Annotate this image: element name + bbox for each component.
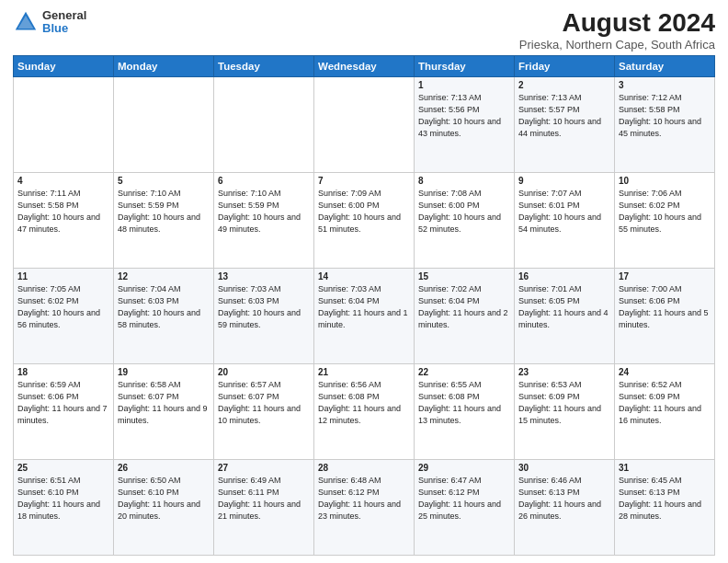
logo-icon [13, 9, 39, 35]
calendar-cell: 29Sunrise: 6:47 AMSunset: 6:12 PMDayligh… [415, 459, 515, 555]
day-info: Sunrise: 6:47 AMSunset: 6:12 PMDaylight:… [418, 475, 510, 523]
calendar-cell: 13Sunrise: 7:03 AMSunset: 6:03 PMDayligh… [214, 268, 314, 363]
day-number: 30 [518, 463, 610, 473]
calendar-cell: 14Sunrise: 7:03 AMSunset: 6:04 PMDayligh… [314, 268, 415, 363]
calendar-cell: 1Sunrise: 7:13 AMSunset: 5:56 PMDaylight… [415, 76, 515, 172]
calendar-cell: 12Sunrise: 7:04 AMSunset: 6:03 PMDayligh… [114, 268, 214, 363]
day-number: 29 [418, 463, 510, 473]
day-info: Sunrise: 6:48 AMSunset: 6:12 PMDaylight:… [318, 475, 410, 523]
day-number: 5 [118, 176, 210, 186]
day-number: 16 [518, 271, 610, 282]
calendar-cell: 6Sunrise: 7:10 AMSunset: 5:59 PMDaylight… [214, 172, 314, 268]
weekday-header-tuesday: Tuesday [214, 55, 314, 76]
calendar-cell: 25Sunrise: 6:51 AMSunset: 6:10 PMDayligh… [14, 459, 114, 555]
day-number: 2 [518, 80, 610, 90]
day-number: 4 [17, 176, 109, 186]
calendar-cell: 16Sunrise: 7:01 AMSunset: 6:05 PMDayligh… [515, 268, 615, 363]
day-info: Sunrise: 7:00 AMSunset: 6:06 PMDaylight:… [619, 283, 711, 331]
day-info: Sunrise: 7:07 AMSunset: 6:01 PMDaylight:… [518, 188, 610, 236]
day-info: Sunrise: 6:45 AMSunset: 6:13 PMDaylight:… [619, 475, 711, 523]
weekday-header-sunday: Sunday [14, 55, 114, 76]
calendar-cell: 18Sunrise: 6:59 AMSunset: 6:06 PMDayligh… [14, 363, 114, 459]
day-info: Sunrise: 7:10 AMSunset: 5:59 PMDaylight:… [218, 188, 310, 236]
day-number: 20 [218, 367, 310, 377]
day-info: Sunrise: 7:09 AMSunset: 6:00 PMDaylight:… [318, 188, 410, 236]
weekday-header-wednesday: Wednesday [314, 55, 415, 76]
calendar-cell [14, 76, 114, 172]
calendar-cell: 19Sunrise: 6:58 AMSunset: 6:07 PMDayligh… [114, 363, 214, 459]
title-block: August 2024 Prieska, Northern Cape, Sout… [519, 9, 715, 52]
calendar-cell: 26Sunrise: 6:50 AMSunset: 6:10 PMDayligh… [114, 459, 214, 555]
day-info: Sunrise: 7:13 AMSunset: 5:56 PMDaylight:… [418, 92, 510, 140]
day-number: 11 [17, 271, 109, 282]
day-number: 21 [318, 367, 410, 377]
day-number: 26 [118, 463, 210, 473]
calendar-cell: 15Sunrise: 7:02 AMSunset: 6:04 PMDayligh… [415, 268, 515, 363]
day-info: Sunrise: 7:05 AMSunset: 6:02 PMDaylight:… [17, 283, 109, 331]
weekday-header-thursday: Thursday [415, 55, 515, 76]
calendar-cell: 8Sunrise: 7:08 AMSunset: 6:00 PMDaylight… [415, 172, 515, 268]
day-number: 24 [619, 367, 711, 377]
calendar: SundayMondayTuesdayWednesdayThursdayFrid… [13, 55, 715, 556]
day-number: 1 [418, 80, 510, 90]
day-info: Sunrise: 7:11 AMSunset: 5:58 PMDaylight:… [17, 188, 109, 236]
day-number: 9 [518, 176, 610, 186]
logo-blue: Blue [42, 22, 86, 35]
weekday-header-friday: Friday [515, 55, 615, 76]
day-number: 18 [17, 367, 109, 377]
day-number: 27 [218, 463, 310, 473]
page-subtitle: Prieska, Northern Cape, South Africa [519, 38, 715, 52]
day-number: 14 [318, 271, 410, 282]
day-info: Sunrise: 6:55 AMSunset: 6:08 PMDaylight:… [418, 379, 510, 427]
day-info: Sunrise: 7:03 AMSunset: 6:03 PMDaylight:… [218, 283, 310, 331]
day-info: Sunrise: 6:57 AMSunset: 6:07 PMDaylight:… [218, 379, 310, 427]
calendar-cell: 10Sunrise: 7:06 AMSunset: 6:02 PMDayligh… [615, 172, 715, 268]
calendar-cell: 23Sunrise: 6:53 AMSunset: 6:09 PMDayligh… [515, 363, 615, 459]
calendar-cell: 4Sunrise: 7:11 AMSunset: 5:58 PMDaylight… [14, 172, 114, 268]
day-info: Sunrise: 6:52 AMSunset: 6:09 PMDaylight:… [619, 379, 711, 427]
day-number: 19 [118, 367, 210, 377]
calendar-week-3: 11Sunrise: 7:05 AMSunset: 6:02 PMDayligh… [14, 268, 715, 363]
day-info: Sunrise: 7:03 AMSunset: 6:04 PMDaylight:… [318, 283, 410, 331]
calendar-cell: 24Sunrise: 6:52 AMSunset: 6:09 PMDayligh… [615, 363, 715, 459]
day-number: 25 [17, 463, 109, 473]
calendar-week-1: 1Sunrise: 7:13 AMSunset: 5:56 PMDaylight… [14, 76, 715, 172]
calendar-cell: 30Sunrise: 6:46 AMSunset: 6:13 PMDayligh… [515, 459, 615, 555]
day-info: Sunrise: 6:49 AMSunset: 6:11 PMDaylight:… [218, 475, 310, 523]
day-info: Sunrise: 6:51 AMSunset: 6:10 PMDaylight:… [17, 475, 109, 523]
page-title: August 2024 [519, 9, 715, 38]
day-info: Sunrise: 7:06 AMSunset: 6:02 PMDaylight:… [619, 188, 711, 236]
day-number: 13 [218, 271, 310, 282]
calendar-cell: 20Sunrise: 6:57 AMSunset: 6:07 PMDayligh… [214, 363, 314, 459]
calendar-cell: 17Sunrise: 7:00 AMSunset: 6:06 PMDayligh… [615, 268, 715, 363]
logo-text: General Blue [42, 9, 86, 36]
calendar-cell: 7Sunrise: 7:09 AMSunset: 6:00 PMDaylight… [314, 172, 415, 268]
day-number: 28 [318, 463, 410, 473]
day-number: 7 [318, 176, 410, 186]
calendar-week-4: 18Sunrise: 6:59 AMSunset: 6:06 PMDayligh… [14, 363, 715, 459]
calendar-cell [114, 76, 214, 172]
day-info: Sunrise: 6:58 AMSunset: 6:07 PMDaylight:… [118, 379, 210, 427]
day-number: 22 [418, 367, 510, 377]
page: General Blue August 2024 Prieska, Northe… [0, 0, 728, 563]
calendar-cell: 28Sunrise: 6:48 AMSunset: 6:12 PMDayligh… [314, 459, 415, 555]
day-number: 8 [418, 176, 510, 186]
day-number: 10 [619, 176, 711, 186]
day-number: 17 [619, 271, 711, 282]
calendar-cell: 11Sunrise: 7:05 AMSunset: 6:02 PMDayligh… [14, 268, 114, 363]
day-info: Sunrise: 6:53 AMSunset: 6:09 PMDaylight:… [518, 379, 610, 427]
day-info: Sunrise: 7:10 AMSunset: 5:59 PMDaylight:… [118, 188, 210, 236]
calendar-cell: 21Sunrise: 6:56 AMSunset: 6:08 PMDayligh… [314, 363, 415, 459]
calendar-cell [314, 76, 415, 172]
day-number: 12 [118, 271, 210, 282]
day-info: Sunrise: 7:12 AMSunset: 5:58 PMDaylight:… [619, 92, 711, 140]
logo-general: General [42, 9, 86, 22]
calendar-cell: 22Sunrise: 6:55 AMSunset: 6:08 PMDayligh… [415, 363, 515, 459]
weekday-header-saturday: Saturday [615, 55, 715, 76]
calendar-cell: 31Sunrise: 6:45 AMSunset: 6:13 PMDayligh… [615, 459, 715, 555]
logo: General Blue [13, 9, 86, 36]
day-number: 15 [418, 271, 510, 282]
day-info: Sunrise: 7:04 AMSunset: 6:03 PMDaylight:… [118, 283, 210, 331]
day-info: Sunrise: 6:56 AMSunset: 6:08 PMDaylight:… [318, 379, 410, 427]
day-info: Sunrise: 7:01 AMSunset: 6:05 PMDaylight:… [518, 283, 610, 331]
